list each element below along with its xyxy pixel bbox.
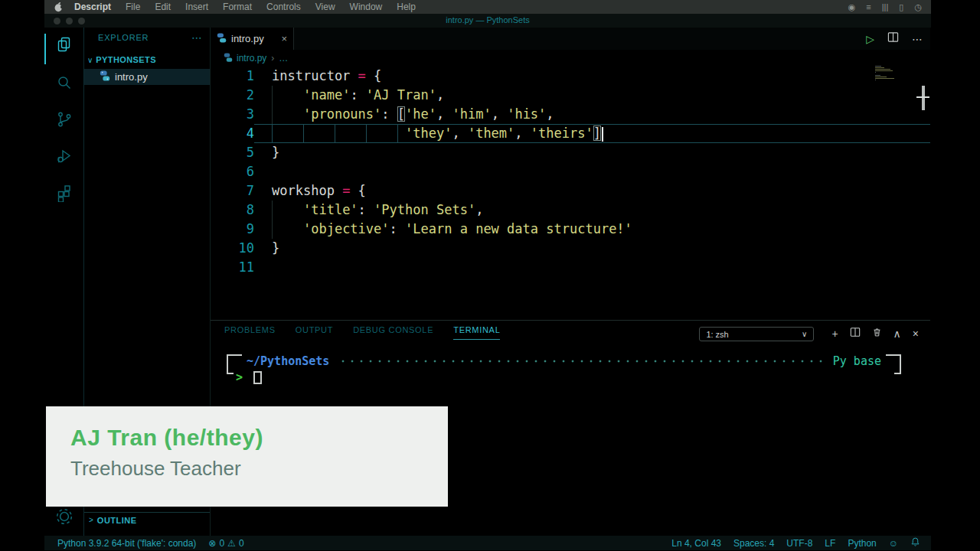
maximize-panel-icon[interactable]: ∧	[893, 327, 901, 341]
eol-status[interactable]: LF	[825, 538, 835, 549]
code-line[interactable]: 10}	[211, 239, 930, 258]
split-editor-icon[interactable]	[887, 31, 899, 46]
code-line[interactable]: 11	[211, 258, 930, 277]
menu-item-controls[interactable]: Controls	[266, 2, 301, 12]
line-number: 5	[211, 143, 254, 162]
code-token	[272, 126, 405, 141]
terminal-cursor	[253, 371, 262, 384]
code-line[interactable]: 1instructor = {	[211, 67, 930, 86]
close-panel-icon[interactable]: ×	[913, 327, 919, 341]
menu-item-descript[interactable]: Descript	[74, 2, 111, 12]
prompt-chevron: >	[236, 370, 243, 384]
apple-logo-icon[interactable]	[54, 2, 64, 12]
code-token: ,	[492, 106, 507, 122]
encoding-status[interactable]: UTF-8	[786, 538, 812, 549]
feedback-smiley-icon[interactable]: ☺	[889, 538, 898, 549]
code-token: {	[366, 68, 381, 83]
run-debug-icon[interactable]	[55, 147, 74, 165]
code-line[interactable]: 5}	[211, 143, 930, 162]
code-line[interactable]: 3 'pronouns': ['he', 'him', 'his',	[211, 105, 930, 124]
macos-menu-bar: DescriptFileEditInsertFormatControlsView…	[44, 0, 931, 14]
source-control-icon[interactable]	[55, 110, 74, 129]
menu-item-format[interactable]: Format	[223, 2, 252, 12]
extensions-icon[interactable]	[55, 184, 74, 202]
code-token: :	[358, 202, 374, 217]
problems-status[interactable]: ⊗ 0 ⚠ 0	[208, 538, 243, 549]
code-line[interactable]: 2 'name': 'AJ Tran',	[211, 86, 930, 105]
code-line[interactable]: 7workshop = {	[211, 181, 930, 201]
code-token: :	[390, 221, 405, 236]
terminal-shell-select[interactable]: 1: zsh ∨	[699, 327, 814, 341]
code-token: 'he'	[405, 106, 436, 122]
panel-tab-problems[interactable]: PROBLEMS	[224, 325, 276, 340]
window-title-bar[interactable]: intro.py — PythonSets	[44, 14, 931, 28]
caption-name: AJ Tran (he/they)	[70, 425, 263, 451]
sidebar-item-pythonsets[interactable]: ∨ PYTHONSETS	[84, 52, 210, 67]
split-terminal-icon[interactable]	[850, 327, 861, 341]
indent-guide	[272, 86, 273, 105]
minimap[interactable]	[875, 66, 926, 83]
panel-tab-terminal[interactable]: TERMINAL	[453, 325, 500, 340]
editor-tab-bar: intro.py × ▷ ⋯	[211, 28, 930, 50]
code-token: :	[381, 106, 397, 122]
queue-icon[interactable]: ≡	[866, 0, 871, 14]
code-line-text	[254, 162, 930, 181]
menu-item-insert[interactable]: Insert	[185, 2, 208, 12]
code-line-text: 'pronouns': ['he', 'him', 'his',	[254, 105, 930, 124]
menu-item-help[interactable]: Help	[397, 2, 416, 12]
minimap-line	[875, 77, 887, 77]
panel-tab-debug-console[interactable]: DEBUG CONSOLE	[353, 325, 433, 340]
indentation-status[interactable]: Spaces: 4	[733, 538, 774, 549]
editor-group: intro.py × ▷ ⋯ intro.py › … 1instructor …	[211, 28, 930, 320]
explorer-more-actions-icon[interactable]: ⋯	[191, 31, 202, 44]
panel-tabs: PROBLEMSOUTPUTDEBUG CONSOLETERMINAL	[224, 325, 500, 340]
levels-icon[interactable]: |||	[882, 0, 889, 14]
python-interpreter-status[interactable]: Python 3.9.2 64-bit ('flake': conda)	[57, 538, 196, 549]
breadcrumb-symbol[interactable]: …	[279, 53, 288, 64]
code-token: :	[350, 87, 365, 103]
code-line[interactable]: 6	[211, 162, 930, 181]
menu-item-view[interactable]: View	[315, 2, 335, 12]
menu-item-window[interactable]: Window	[350, 2, 383, 12]
run-python-file-button[interactable]: ▷	[866, 33, 874, 45]
indent-guide	[335, 124, 335, 143]
code-token: 'Python Sets'	[374, 202, 475, 217]
terminal-cwd: ~/PythonSets	[247, 354, 329, 368]
explorer-icon[interactable]	[55, 35, 74, 54]
settings-gear-icon[interactable]	[54, 507, 73, 525]
clock-icon[interactable]: ◷	[914, 0, 922, 14]
sidebar-item-intro-py[interactable]: intro.py	[84, 69, 210, 85]
mouse-ibeam-cursor	[922, 86, 925, 110]
battery-icon[interactable]: ▯	[899, 0, 903, 14]
code-line[interactable]: 8 'title': 'Python Sets',	[211, 201, 930, 220]
outline-section[interactable]: > OUTLINE	[84, 512, 210, 527]
code-line[interactable]: 4 'they', 'them', 'theirs']	[211, 124, 930, 143]
tab-intro-py[interactable]: intro.py ×	[211, 28, 294, 50]
code-lines[interactable]: 1instructor = {2 'name': 'AJ Tran',3 'pr…	[211, 67, 930, 277]
python-file-icon	[100, 70, 110, 84]
code-line-text: 'they', 'them', 'theirs']	[254, 124, 930, 143]
breadcrumb[interactable]: intro.py › …	[211, 50, 930, 67]
code-line-text	[254, 258, 930, 277]
line-number: 7	[211, 181, 254, 201]
minimap-line	[875, 69, 890, 70]
language-mode-status[interactable]: Python	[848, 538, 876, 549]
code-line[interactable]: 9 'objective': 'Learn a new data structu…	[211, 220, 930, 239]
minimap-line	[875, 66, 881, 67]
code-token: 'title'	[303, 202, 358, 217]
code-token: ]	[593, 126, 601, 141]
notifications-bell-icon[interactable]	[910, 536, 920, 549]
kill-terminal-trash-icon[interactable]	[872, 327, 882, 341]
panel-tab-output[interactable]: OUTPUT	[296, 325, 333, 340]
search-icon[interactable]	[55, 73, 74, 92]
menu-item-file[interactable]: File	[126, 2, 140, 12]
editor-more-actions-icon[interactable]: ⋯	[912, 33, 923, 45]
cursor-position-status[interactable]: Ln 4, Col 43	[671, 538, 721, 549]
code-token: [	[397, 106, 405, 122]
record-icon[interactable]: ◉	[848, 0, 856, 14]
menu-item-edit[interactable]: Edit	[155, 2, 171, 12]
new-terminal-icon[interactable]: +	[831, 327, 838, 341]
close-tab-icon[interactable]: ×	[281, 33, 287, 44]
code-token: instructor	[272, 68, 358, 83]
indent-guide	[272, 124, 273, 143]
